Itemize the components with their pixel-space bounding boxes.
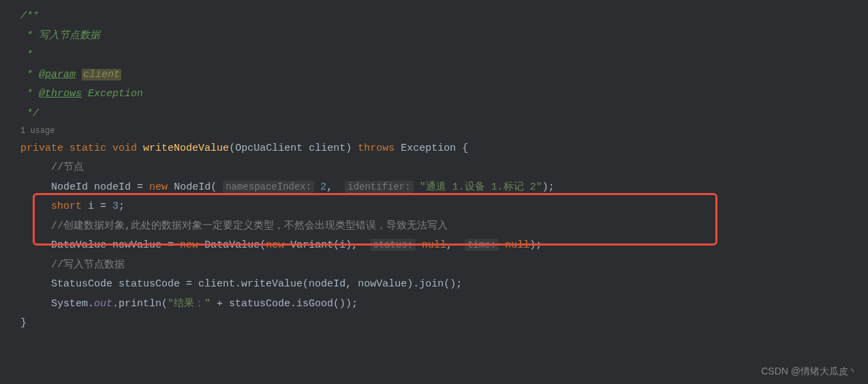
watermark: CSDN @情绪大瓜皮丶 <box>761 362 858 381</box>
statuscode-declaration: StatusCode statusCode = client.writeValu… <box>20 275 868 295</box>
short-declaration: short i = 3; <box>20 197 868 217</box>
datavalue-declaration: DataValue nowValue = new DataValue(new V… <box>20 236 868 256</box>
method-close-brace: } <box>20 314 868 334</box>
doc-comment-desc: * 写入节点数据 <box>20 27 868 46</box>
code-editor[interactable]: /** * 写入节点数据 * * @param client * @throws… <box>0 7 868 334</box>
comment-write: //写入节点数据 <box>20 256 868 276</box>
nodeid-declaration: NodeId nodeId = new NodeId( namespaceInd… <box>20 178 868 198</box>
println-call: System.out.println("结果：" + statusCode.is… <box>20 295 868 314</box>
comment-node: //节点 <box>20 158 868 178</box>
usage-hint[interactable]: 1 usage <box>20 123 868 139</box>
comment-create-data: //创建数据对象,此处的数据对象一定要定义类型，不然会出现类型错误，导致无法写入 <box>20 217 868 237</box>
doc-comment-param: * @param client <box>20 65 868 85</box>
method-signature: private static void writeNodeValue(OpcUa… <box>20 139 868 159</box>
doc-comment-throws: * @throws Exception <box>20 85 868 104</box>
doc-comment-open: /** <box>20 7 868 27</box>
doc-comment-close: */ <box>20 104 868 124</box>
doc-comment-empty: * <box>20 46 868 65</box>
